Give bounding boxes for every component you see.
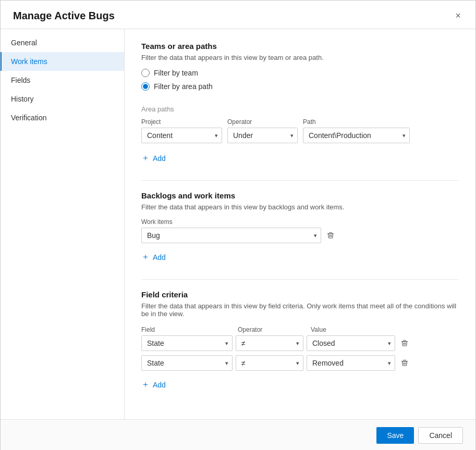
project-field-group: Project Content ▾ <box>141 118 222 143</box>
dialog-body: General Work items Fields History Verifi… <box>1 29 475 419</box>
value-row1-select-wrap: Closed ▾ <box>307 335 395 351</box>
svg-rect-1 <box>329 232 332 233</box>
field-criteria-headers: Field Operator Value <box>141 325 459 333</box>
field-row2-select-wrap: State ▾ <box>141 355 233 371</box>
main-content: Teams or area paths Filter the data that… <box>125 29 475 419</box>
path-select-wrap: Content\Production ▾ <box>303 128 410 143</box>
field-criteria-title: Field criteria <box>141 290 459 299</box>
field-row1-select-wrap: State ▾ <box>141 335 233 351</box>
operator-col-header: Operator <box>238 325 306 333</box>
value-row2-select-wrap: Removed ▾ <box>307 355 395 371</box>
work-items-label: Work items <box>141 218 459 226</box>
work-items-delete-button[interactable] <box>324 228 337 243</box>
sidebar-item-fields[interactable]: Fields <box>1 71 124 90</box>
operator-row1-select-wrap: ≠ ▾ <box>236 335 303 351</box>
operator-label: Operator <box>227 118 298 126</box>
filter-by-team-input[interactable] <box>141 69 150 77</box>
field-criteria-desc: Filter the data that appears in this vie… <box>141 302 459 318</box>
field-row2-select[interactable]: State <box>141 355 233 371</box>
sidebar-item-history[interactable]: History <box>1 90 124 108</box>
operator-row2-select-wrap: ≠ ▾ <box>236 355 303 371</box>
area-paths-label: Area paths <box>141 105 459 113</box>
field-criteria-row-2: State ▾ ≠ ▾ Removed ▾ <box>141 355 459 371</box>
backlogs-section-title: Backlogs and work items <box>141 191 459 200</box>
field-criteria-row-1: State ▾ ≠ ▾ Closed ▾ <box>141 335 459 351</box>
svg-rect-6 <box>403 340 406 341</box>
sidebar-item-general[interactable]: General <box>1 33 124 52</box>
sidebar-item-work-items[interactable]: Work items <box>1 52 124 71</box>
dialog-header: Manage Active Bugs × <box>1 1 475 29</box>
backlogs-add-icon: ＋ <box>141 252 150 262</box>
filter-radio-group: Filter by team Filter by area path <box>141 69 459 91</box>
close-button[interactable]: × <box>453 9 463 22</box>
operator-row1-select[interactable]: ≠ <box>236 335 303 351</box>
project-select-wrap: Content ▾ <box>141 128 222 143</box>
area-paths-add-icon: ＋ <box>141 153 150 164</box>
value-col-header: Value <box>311 325 399 333</box>
area-paths-section: Area paths Project Content ▾ Operator <box>141 105 459 166</box>
work-items-select[interactable]: Bug <box>141 228 321 243</box>
field-criteria-add-icon: ＋ <box>141 379 150 390</box>
backlogs-section-desc: Filter the data that appears in this vie… <box>141 203 459 211</box>
filter-by-team-radio[interactable]: Filter by team <box>141 69 459 77</box>
filter-by-area-radio[interactable]: Filter by area path <box>141 82 459 91</box>
field-criteria-add-button[interactable]: ＋ Add <box>141 377 166 392</box>
dialog-title: Manage Active Bugs <box>13 10 115 22</box>
value-row1-select[interactable]: Closed <box>307 335 395 351</box>
operator-field-group: Operator Under ▾ <box>227 118 298 143</box>
area-paths-fields-row: Project Content ▾ Operator Under <box>141 118 459 143</box>
teams-section-title: Teams or area paths <box>141 42 459 51</box>
divider-1 <box>141 180 459 181</box>
operator-row2-select[interactable]: ≠ <box>236 355 303 371</box>
trash-icon <box>326 231 335 240</box>
divider-2 <box>141 279 459 280</box>
manage-active-bugs-dialog: Manage Active Bugs × General Work items … <box>0 0 476 450</box>
sidebar: General Work items Fields History Verifi… <box>1 29 125 419</box>
project-label: Project <box>141 118 222 126</box>
operator-select-wrap: Under ▾ <box>227 128 298 143</box>
area-paths-add-button[interactable]: ＋ Add <box>141 151 166 166</box>
backlogs-section: Backlogs and work items Filter the data … <box>141 191 459 265</box>
dialog-footer: Save Cancel <box>1 419 475 450</box>
sidebar-item-verification[interactable]: Verification <box>1 108 124 127</box>
operator-select[interactable]: Under <box>227 128 298 143</box>
trash-icon-row1 <box>400 339 409 347</box>
field-row1-select[interactable]: State <box>141 335 233 351</box>
filter-by-area-input[interactable] <box>141 82 150 91</box>
backlogs-add-button[interactable]: ＋ Add <box>141 249 166 265</box>
field-row2-delete-button[interactable] <box>398 356 411 370</box>
field-row1-delete-button[interactable] <box>398 336 411 351</box>
svg-rect-11 <box>403 360 406 360</box>
field-col-header: Field <box>141 325 233 333</box>
work-items-select-wrap: Bug ▾ <box>141 228 321 243</box>
project-select[interactable]: Content <box>141 128 222 143</box>
save-button[interactable]: Save <box>376 427 414 444</box>
path-field-group: Path Content\Production ▾ <box>303 118 410 143</box>
teams-section: Teams or area paths Filter the data that… <box>141 42 459 91</box>
path-label: Path <box>303 118 410 126</box>
cancel-button[interactable]: Cancel <box>418 427 463 444</box>
work-items-row: Bug ▾ <box>141 228 459 243</box>
teams-section-desc: Filter the data that appears in this vie… <box>141 54 459 61</box>
path-select[interactable]: Content\Production <box>303 128 410 143</box>
trash-icon-row2 <box>400 359 409 367</box>
field-criteria-section: Field criteria Filter the data that appe… <box>141 290 459 392</box>
value-row2-select[interactable]: Removed <box>307 355 395 371</box>
work-items-field-group: Work items Bug ▾ <box>141 218 459 247</box>
